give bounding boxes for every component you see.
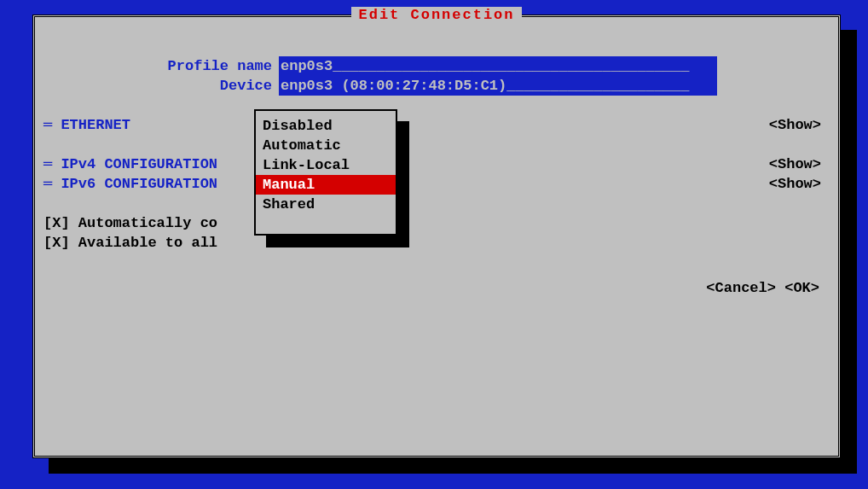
row-device: Device enp0s3 (08:00:27:48:D5:C1)_______… <box>43 76 830 96</box>
ipv4-show-button[interactable]: <Show> <box>769 154 821 174</box>
ipv4-section[interactable]: ═ IPv4 CONFIGURATION <box>43 154 217 174</box>
ethernet-label: ETHERNET <box>61 117 130 133</box>
row-profile-name: Profile name enp0s3_____________________… <box>43 56 830 76</box>
popup-item-shared[interactable]: Shared <box>256 195 396 214</box>
dialog-title: Edit Connection <box>351 7 521 23</box>
dialog-content: Profile name enp0s3_____________________… <box>43 56 830 253</box>
popup-item-link-local[interactable]: Link-Local <box>256 155 396 175</box>
row-ethernet: ═ ETHERNET <Show> <box>43 115 830 135</box>
ipv4-label: IPv4 CONFIGURATION <box>61 156 217 172</box>
device-input[interactable]: enp0s3 (08:00:27:48:D5:C1)______________… <box>279 76 717 96</box>
row-available-all: [X] Available to all <box>43 233 830 253</box>
cancel-button[interactable]: <Cancel> <box>706 280 776 296</box>
ok-button[interactable]: <OK> <box>784 280 819 296</box>
popup-item-disabled[interactable]: Disabled <box>256 116 396 136</box>
profile-name-input[interactable]: enp0s3__________________________________… <box>279 56 717 76</box>
title-wrap: Edit Connection <box>35 7 838 23</box>
ipv6-show-button[interactable]: <Show> <box>769 174 821 194</box>
auto-connect-checkbox[interactable]: [X] Automatically co <box>43 213 217 233</box>
ethernet-show-button[interactable]: <Show> <box>769 115 821 135</box>
popup-item-manual[interactable]: Manual <box>256 175 396 195</box>
row-ipv4: ═ IPv4 CONFIGURATION <Show> <box>43 154 830 174</box>
popup-item-automatic[interactable]: Automatic <box>256 136 396 155</box>
dialog-footer: <Cancel> <OK> <box>706 280 819 296</box>
profile-name-label: Profile name <box>43 56 279 76</box>
config-mode-popup: DisabledAutomaticLink-LocalManualShared <box>254 109 397 236</box>
ethernet-section[interactable]: ═ ETHERNET <box>43 115 130 135</box>
ipv6-section[interactable]: ═ IPv6 CONFIGURATION <box>43 174 217 194</box>
available-all-checkbox[interactable]: [X] Available to all <box>43 233 217 253</box>
device-label: Device <box>43 76 279 96</box>
edit-connection-dialog: Edit Connection Profile name enp0s3_____… <box>32 15 841 458</box>
row-auto-connect: [X] Automatically co <box>43 213 830 233</box>
ipv6-label: IPv6 CONFIGURATION <box>61 176 217 192</box>
row-ipv6: ═ IPv6 CONFIGURATION <Show> <box>43 174 830 194</box>
